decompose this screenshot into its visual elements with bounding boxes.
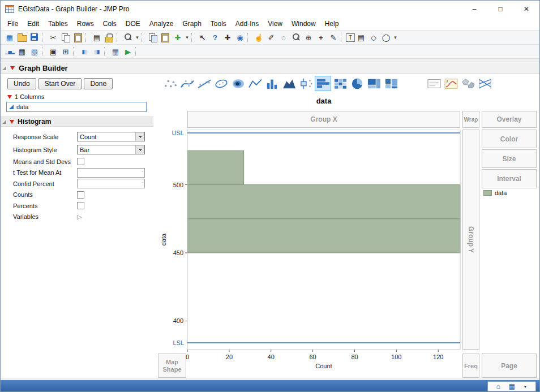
brush-tool-icon[interactable]: ✐ xyxy=(265,32,277,43)
open-icon[interactable] xyxy=(16,32,28,43)
heatmap-element-icon[interactable] xyxy=(332,76,348,91)
percents-checkbox[interactable] xyxy=(77,202,84,209)
drop-zone-group-x[interactable]: Group X xyxy=(187,111,460,128)
graph-builder-icon[interactable]: ▧ xyxy=(28,46,41,57)
smoother-element-icon[interactable] xyxy=(179,76,195,91)
plot-area[interactable]: USLLSL400450500020406080100120Countdata xyxy=(158,130,461,369)
menu-file[interactable]: File xyxy=(3,19,23,29)
lock-icon[interactable] xyxy=(103,32,115,43)
paste-icon[interactable] xyxy=(72,32,84,43)
pen-tool-icon[interactable]: ✎ xyxy=(327,32,340,43)
menu-window[interactable]: Window xyxy=(287,19,320,29)
window-arrangement-icon[interactable]: ⌂ xyxy=(496,383,500,390)
zoom-tool-icon[interactable]: ⊕ xyxy=(302,32,315,43)
help-tool-icon[interactable]: ? xyxy=(209,32,221,43)
drop-zone-page[interactable]: Page xyxy=(482,354,537,378)
copy-icon[interactable] xyxy=(59,32,72,43)
search-caret-icon[interactable]: ▾ xyxy=(134,32,140,43)
response-scale-select[interactable]: Count xyxy=(77,132,145,141)
treemap-element-icon[interactable] xyxy=(366,76,382,91)
menu-edit[interactable]: Edit xyxy=(23,19,44,29)
drop-zone-color[interactable]: Color xyxy=(482,130,537,148)
done-button[interactable]: Done xyxy=(84,78,113,89)
ellipse-element-icon[interactable] xyxy=(213,76,229,91)
arrow-tool-icon[interactable]: ↖ xyxy=(196,32,209,43)
box-plot-element-icon[interactable] xyxy=(298,76,314,91)
drop-zone-group-y[interactable]: Group Y xyxy=(462,130,479,350)
histogram-element-icon[interactable] xyxy=(315,76,331,91)
maximize-button[interactable]: □ xyxy=(487,1,513,18)
run-script-icon[interactable]: ▶ xyxy=(122,46,134,57)
polygon-tool-icon[interactable]: ◇ xyxy=(367,32,380,43)
text-tool-icon[interactable]: T xyxy=(346,33,355,42)
copy-picture-icon[interactable] xyxy=(147,32,159,43)
points-element-icon[interactable] xyxy=(162,76,178,91)
caption-box-element-icon[interactable] xyxy=(426,76,442,91)
columns-list[interactable]: data xyxy=(6,102,147,112)
menu-tables[interactable]: Tables xyxy=(44,19,72,29)
menu-tools[interactable]: Tools xyxy=(206,19,231,29)
globe-tool-icon[interactable]: ◉ xyxy=(234,32,246,43)
counts-checkbox[interactable] xyxy=(77,191,84,199)
drop-zone-size[interactable]: Size xyxy=(482,149,537,168)
variables-disclosure-icon[interactable]: ▷ xyxy=(77,213,82,221)
status-caret-icon[interactable]: ▼ xyxy=(523,385,527,389)
start-over-button[interactable]: Start Over xyxy=(38,78,82,89)
lasso-tool-icon[interactable]: ◌ xyxy=(277,32,290,43)
parallel-element-icon[interactable] xyxy=(477,76,493,91)
histogram-collapse-triangle-icon[interactable] xyxy=(2,120,6,124)
cut-icon[interactable]: ✂ xyxy=(47,32,59,43)
magnifier-tool-icon[interactable] xyxy=(290,32,302,43)
hand-tool-icon[interactable]: ☝ xyxy=(252,32,265,43)
data-filter-icon[interactable]: ▮▯ xyxy=(78,46,91,57)
t-test-input[interactable] xyxy=(77,168,145,178)
annotate-tool-icon[interactable]: ▤ xyxy=(355,32,367,43)
undo-button[interactable]: Undo xyxy=(7,78,36,89)
new-data-table-icon[interactable]: ▦ xyxy=(3,32,16,43)
menu-view[interactable]: View xyxy=(263,19,287,29)
menu-rows[interactable]: Rows xyxy=(72,19,98,29)
column-switcher-icon[interactable]: ▯▮ xyxy=(91,46,103,57)
area-element-icon[interactable] xyxy=(281,76,297,91)
confid-percent-input[interactable] xyxy=(77,179,145,188)
data-table-icon[interactable]: ▦ xyxy=(508,383,515,390)
close-button[interactable]: ✕ xyxy=(513,1,539,18)
menu-help[interactable]: Help xyxy=(320,19,344,29)
minimize-button[interactable]: – xyxy=(461,1,487,18)
save-icon[interactable] xyxy=(28,32,41,43)
drop-zone-interval[interactable]: Interval xyxy=(482,169,537,188)
search-icon[interactable] xyxy=(122,32,134,43)
drop-zone-overlay[interactable]: Overlay xyxy=(482,111,537,128)
collapse-triangle-icon[interactable] xyxy=(2,66,6,70)
menu-addins[interactable]: Add-Ins xyxy=(231,19,263,29)
menu-analyze[interactable]: Analyze xyxy=(145,19,178,29)
menu-cols[interactable]: Cols xyxy=(98,19,121,29)
means-std-devs-checkbox[interactable] xyxy=(77,158,84,165)
crosshair-tool-icon[interactable]: + xyxy=(315,32,327,43)
column-item-data[interactable]: data xyxy=(16,104,28,110)
new-window-icon[interactable]: ▣ xyxy=(47,46,59,57)
pie-element-icon[interactable] xyxy=(349,76,365,91)
drop-zone-wrap[interactable]: Wrap xyxy=(462,111,479,128)
histogram-style-select[interactable]: Bar xyxy=(77,145,145,154)
contour-element-icon[interactable] xyxy=(230,76,246,91)
paste-special-icon[interactable] xyxy=(159,32,172,43)
drop-zone-freq[interactable]: Freq xyxy=(462,354,479,378)
menu-graph[interactable]: Graph xyxy=(178,19,205,29)
tabulate-icon[interactable]: ▦ xyxy=(16,46,28,57)
histogram-red-triangle-icon[interactable] xyxy=(10,120,14,124)
layout-icon[interactable]: ⊞ xyxy=(59,46,72,57)
legend-swatch[interactable] xyxy=(483,190,492,196)
line-element-icon[interactable] xyxy=(247,76,263,91)
tools-caret-icon[interactable]: ▾ xyxy=(392,32,398,43)
new-journal-icon[interactable]: ✚ xyxy=(172,32,184,43)
columns-red-triangle-icon[interactable] xyxy=(7,95,12,99)
map-shapes-element-icon[interactable] xyxy=(460,76,476,91)
oval-tool-icon[interactable]: ◯ xyxy=(380,32,392,43)
formula-element-icon[interactable]: f xyxy=(443,76,459,91)
log-viewer-icon[interactable]: ▤ xyxy=(91,32,103,43)
distribution-icon[interactable]: ▁▅▂ xyxy=(3,46,16,57)
make-table-icon[interactable]: ▦ xyxy=(109,46,122,57)
grabber-tool-icon[interactable]: ✚ xyxy=(221,32,234,43)
journal-caret-icon[interactable]: ▾ xyxy=(184,32,190,43)
